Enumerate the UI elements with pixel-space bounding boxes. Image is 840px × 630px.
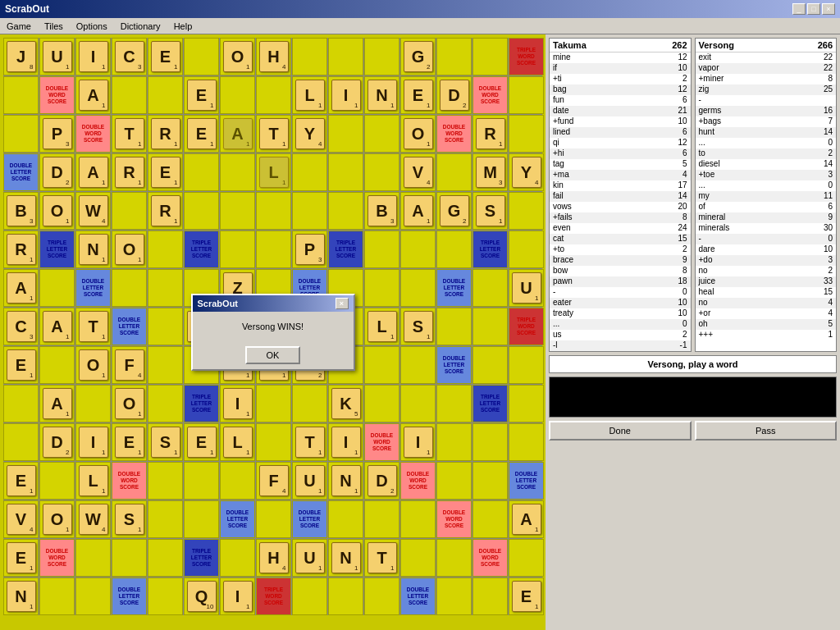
list-item: oh5 xyxy=(696,319,837,330)
list-item: us2 xyxy=(550,330,691,340)
close-button[interactable]: × xyxy=(822,3,835,15)
prompt-area: Versong, play a word xyxy=(549,355,837,373)
takuma-scores: Takuma 262 mine12if10+ti2bag12fun6date21… xyxy=(549,38,692,352)
list-item: ...0 xyxy=(550,319,691,330)
dialog-close-button[interactable]: × xyxy=(336,298,349,309)
list-item: +to2 xyxy=(550,244,691,255)
list-item: diesel14 xyxy=(696,159,837,170)
list-item: -0 xyxy=(696,234,837,244)
list-item: pawn18 xyxy=(550,276,691,287)
win-dialog: ScrabOut × Versong WINS! OK xyxy=(191,294,355,371)
takuma-name: Takuma xyxy=(553,40,587,50)
maximize-button[interactable]: □ xyxy=(807,3,820,15)
list-item: +hi6 xyxy=(550,148,691,159)
done-button[interactable]: Done xyxy=(549,421,692,441)
list-item: to2 xyxy=(696,148,837,159)
takuma-score: 262 xyxy=(672,40,687,50)
list-item: ...0 xyxy=(696,138,837,148)
versong-header: Versong 266 xyxy=(696,39,837,52)
versong-score: 266 xyxy=(818,40,833,50)
dialog-message: Versong WINS! xyxy=(242,322,304,331)
list-item: treaty10 xyxy=(550,308,691,319)
list-item: dare10 xyxy=(696,244,837,255)
list-item: hunt14 xyxy=(696,127,837,138)
versong-move-list: exit22vapor22+miner8zig25-germs16+bags7h… xyxy=(696,52,837,340)
list-item: tag5 xyxy=(550,159,691,170)
window-title: ScrabOut xyxy=(5,3,49,15)
list-item: +miner8 xyxy=(696,74,837,84)
window-controls[interactable]: _ □ × xyxy=(792,3,835,15)
dialog-overlay: ScrabOut × Versong WINS! OK xyxy=(0,34,546,630)
dialog-ok-button[interactable]: OK xyxy=(245,346,301,364)
list-item: if10 xyxy=(550,63,691,74)
list-item: bow8 xyxy=(550,266,691,276)
board-area: J8U1I1C3E1O1H4G2TRIPLE WORD SCOREDOUBLE … xyxy=(0,34,546,630)
list-item: +bags7 xyxy=(696,116,837,127)
takuma-header: Takuma 262 xyxy=(550,39,691,52)
dialog-footer: OK xyxy=(193,341,354,369)
dialog-title-bar: ScrabOut × xyxy=(193,295,354,312)
list-item: - xyxy=(696,95,837,106)
list-item: no4 xyxy=(696,298,837,308)
versong-scores: Versong 266 exit22vapor22+miner8zig25-ge… xyxy=(695,38,838,352)
main-content: J8U1I1C3E1O1H4G2TRIPLE WORD SCOREDOUBLE … xyxy=(0,34,840,630)
title-bar: ScrabOut _ □ × xyxy=(0,0,840,18)
right-panel: Takuma 262 mine12if10+ti2bag12fun6date21… xyxy=(546,34,840,630)
menu-bar: Game Tiles Options Dictionary Help xyxy=(0,18,840,34)
list-item: minerals30 xyxy=(696,223,837,234)
menu-help[interactable]: Help xyxy=(171,21,196,32)
list-item: +or4 xyxy=(696,308,837,319)
list-item: -0 xyxy=(550,287,691,298)
list-item: mineral9 xyxy=(696,212,837,223)
list-item: vows20 xyxy=(550,202,691,212)
list-item: fun6 xyxy=(550,95,691,106)
list-item: eater10 xyxy=(550,298,691,308)
list-item: no2 xyxy=(696,266,837,276)
list-item: +fails8 xyxy=(550,212,691,223)
list-item: -l-1 xyxy=(550,340,691,351)
pass-button[interactable]: Pass xyxy=(695,421,838,441)
list-item: juice33 xyxy=(696,276,837,287)
list-item: fail14 xyxy=(550,191,691,202)
list-item: heal15 xyxy=(696,287,837,298)
list-item: +++1 xyxy=(696,330,837,340)
list-item: germs16 xyxy=(696,106,837,116)
list-item: even24 xyxy=(550,223,691,234)
versong-name: Versong xyxy=(699,40,734,50)
list-item: vapor22 xyxy=(696,63,837,74)
minimize-button[interactable]: _ xyxy=(792,3,806,15)
action-buttons: Done Pass xyxy=(549,421,837,441)
menu-game[interactable]: Game xyxy=(3,21,34,32)
list-item: qi12 xyxy=(550,138,691,148)
rack-area xyxy=(549,377,837,418)
list-item: exit22 xyxy=(696,52,837,63)
list-item: ...0 xyxy=(696,180,837,191)
prompt-text: Versong, play a word xyxy=(647,359,737,369)
dialog-body: Versong WINS! xyxy=(193,312,354,341)
menu-dictionary[interactable]: Dictionary xyxy=(117,21,164,32)
list-item: my11 xyxy=(696,191,837,202)
list-item: brace9 xyxy=(550,255,691,266)
scores-area: Takuma 262 mine12if10+ti2bag12fun6date21… xyxy=(549,38,837,352)
list-item: of6 xyxy=(696,202,837,212)
list-item: cat15 xyxy=(550,234,691,244)
list-item: mine12 xyxy=(550,52,691,63)
list-item: +ti2 xyxy=(550,74,691,84)
menu-tiles[interactable]: Tiles xyxy=(41,21,66,32)
list-item: lined6 xyxy=(550,127,691,138)
takuma-move-list: mine12if10+ti2bag12fun6date21+fund10line… xyxy=(550,52,691,351)
list-item: zig25 xyxy=(696,84,837,95)
list-item: +do3 xyxy=(696,255,837,266)
list-item: +ma4 xyxy=(550,170,691,180)
menu-options[interactable]: Options xyxy=(73,21,111,32)
list-item: date21 xyxy=(550,106,691,116)
list-item: bag12 xyxy=(550,84,691,95)
list-item: +fund10 xyxy=(550,116,691,127)
list-item: +toe3 xyxy=(696,170,837,180)
list-item: kin17 xyxy=(550,180,691,191)
